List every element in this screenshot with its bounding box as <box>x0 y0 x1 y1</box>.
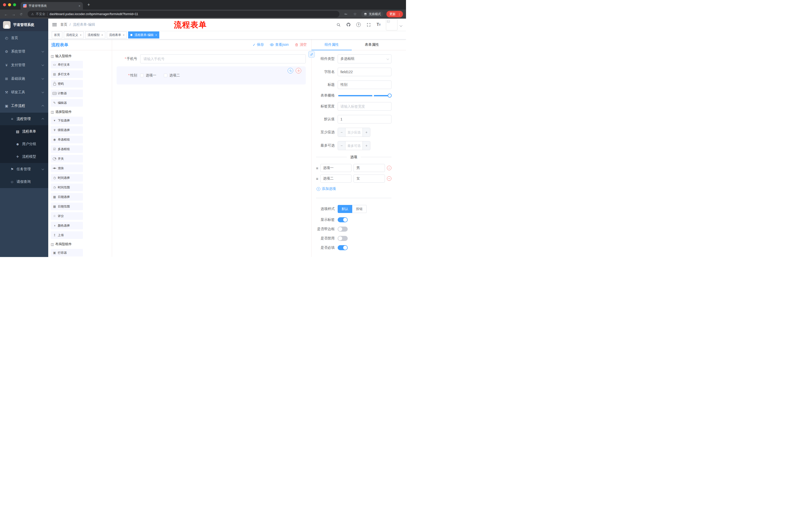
component-rate[interactable]: ☆评分 <box>51 212 83 220</box>
back-icon[interactable]: ← <box>3 11 9 17</box>
help-icon[interactable]: ? <box>356 22 361 27</box>
sidebar-item-system[interactable]: ⚙ 系统管理 <box>0 45 48 58</box>
sidebar-item-devtools[interactable]: ⚒ 研发工具 <box>0 85 48 99</box>
component-time-range[interactable]: ◷时间范围 <box>51 184 83 191</box>
component-date-picker[interactable]: ▦日期选择 <box>51 193 83 201</box>
gender-option-2-checkbox[interactable]: 选项二 <box>164 73 180 78</box>
slider-handle[interactable] <box>388 93 392 98</box>
component-slider[interactable]: 滑块 <box>51 164 83 172</box>
remove-option-button[interactable]: − <box>387 166 392 170</box>
incognito-badge[interactable]: 无痕模式 <box>361 11 383 17</box>
breadcrumb-home[interactable]: 首页 <box>60 22 67 27</box>
remove-option-button[interactable]: − <box>387 176 392 181</box>
component-color-picker[interactable]: ◑颜色选择 <box>51 222 83 229</box>
url-bar[interactable]: ⚠ 不安全 dashboard.yudao.iocoder.cn/bpm/man… <box>28 11 340 17</box>
canvas-field-phone[interactable]: *手机号 <box>117 54 306 63</box>
component-single-line-text[interactable]: ▭单行文本 <box>51 61 83 69</box>
new-tab-button[interactable]: + <box>85 1 92 8</box>
component-select[interactable]: ▾下拉选择 <box>51 117 83 124</box>
fullscreen-icon[interactable] <box>366 22 371 27</box>
tab-form-props[interactable]: 表单属性 <box>352 39 392 50</box>
tag-process-model[interactable]: 流程模型 × <box>85 31 105 38</box>
kebab-icon[interactable]: ⋮ <box>398 12 401 16</box>
minus-icon[interactable]: − <box>338 128 345 137</box>
tab-component-props[interactable]: 组件属性 <box>312 39 352 50</box>
default-value-input[interactable] <box>338 115 392 124</box>
sidebar-item-infra[interactable]: ⊞ 基础设施 <box>0 72 48 85</box>
required-toggle[interactable] <box>338 245 348 250</box>
key-icon[interactable] <box>343 11 349 17</box>
component-type-select[interactable]: 多选框组 <box>338 54 392 63</box>
sidebar-item-leave-query[interactable]: ☺ 请假查询 <box>0 175 48 188</box>
component-switch[interactable]: 开关 <box>51 155 83 162</box>
component-date-range[interactable]: ▦日期范围 <box>51 203 83 210</box>
form-grid-slider[interactable] <box>338 95 389 96</box>
close-icon[interactable]: × <box>101 34 103 36</box>
avatar-caret-icon[interactable] <box>400 24 402 27</box>
border-toggle[interactable] <box>338 226 348 232</box>
tab-close-icon[interactable]: × <box>78 4 80 7</box>
min-select-input[interactable] <box>345 128 362 137</box>
copy-field-button[interactable] <box>288 68 293 74</box>
max-select-input[interactable] <box>345 141 362 150</box>
option-2-label-input[interactable] <box>320 174 352 183</box>
option-2-value-input[interactable] <box>353 174 385 183</box>
style-button-button[interactable]: 按钮 <box>352 205 367 213</box>
sidebar-item-process-model[interactable]: ✈ 流程模型 <box>0 151 48 163</box>
phone-input[interactable] <box>140 54 306 63</box>
close-icon[interactable]: × <box>155 34 157 36</box>
delete-field-button[interactable] <box>296 68 301 74</box>
sidebar-item-task-mgmt[interactable]: ⚑ 任务管理 <box>0 163 48 175</box>
forward-icon[interactable]: → <box>10 11 17 17</box>
component-time-picker[interactable]: ◷时间选择 <box>51 174 83 182</box>
browser-tab[interactable]: 芋道管理系统 × <box>21 2 83 9</box>
search-icon[interactable] <box>336 22 341 27</box>
option-1-label-input[interactable] <box>320 164 352 172</box>
sidebar-item-process-mgmt[interactable]: ≡ 流程管理 <box>0 113 48 125</box>
component-counter[interactable]: 123计数器 <box>51 89 83 97</box>
component-cascader[interactable]: ⋔级联选择 <box>51 126 83 134</box>
label-width-input[interactable] <box>338 102 392 111</box>
add-option-button[interactable]: + 添加选项 <box>317 187 392 191</box>
component-password[interactable]: 密码 <box>51 80 83 87</box>
sidebar-item-payment[interactable]: ¥ 支付管理 <box>0 58 48 72</box>
show-label-toggle[interactable] <box>338 217 348 222</box>
plus-icon[interactable]: + <box>362 128 370 137</box>
zoom-window-button[interactable] <box>13 3 16 6</box>
plus-icon[interactable]: + <box>362 141 370 150</box>
drag-handle-icon[interactable]: ≡ <box>316 177 318 181</box>
sidebar-item-home[interactable]: ◴ 首页 <box>0 31 48 45</box>
avatar[interactable] <box>386 19 398 30</box>
sidebar-item-user-group[interactable]: ☻ 用户分组 <box>0 138 48 151</box>
link-icon[interactable] <box>308 51 315 58</box>
canvas-field-gender-selected[interactable]: *性别 选项一 选项二 <box>117 66 306 84</box>
close-icon[interactable]: × <box>123 34 124 36</box>
style-default-button[interactable]: 默认 <box>338 205 352 213</box>
form-canvas[interactable]: *手机号 *性别 <box>112 50 311 257</box>
component-radio-group[interactable]: ◉单选框组 <box>51 136 83 143</box>
tag-process-definition[interactable]: 流程定义 × <box>64 31 84 38</box>
save-button[interactable]: ✓ 保存 <box>253 43 264 47</box>
clear-button[interactable]: 清空 <box>295 43 307 47</box>
title-input[interactable] <box>338 80 392 89</box>
tag-process-form[interactable]: 流程表单 × <box>107 31 127 38</box>
component-upload[interactable]: ↥上传 <box>51 231 83 239</box>
font-size-icon[interactable]: TT <box>376 22 381 27</box>
view-json-button[interactable]: 查看json <box>270 43 289 47</box>
reload-icon[interactable] <box>18 11 24 17</box>
minus-icon[interactable]: − <box>338 141 345 150</box>
tag-process-form-edit[interactable]: 流程表单-编辑 × <box>128 31 159 38</box>
field-name-input[interactable] <box>338 67 392 76</box>
minimize-window-button[interactable] <box>8 3 11 6</box>
hamburger-icon[interactable] <box>52 23 57 26</box>
component-checkbox-group[interactable]: ☑多选框组 <box>51 145 83 153</box>
option-1-value-input[interactable] <box>353 164 385 172</box>
close-window-button[interactable] <box>3 3 6 6</box>
sidebar-item-workflow[interactable]: ▣ 工作流程 <box>0 99 48 113</box>
component-editor[interactable]: ✎编辑器 <box>51 99 83 107</box>
component-row-container[interactable]: ▣行容器 <box>51 249 83 256</box>
github-icon[interactable] <box>346 22 351 27</box>
drag-handle-icon[interactable]: ≡ <box>316 166 318 170</box>
sidebar-item-process-form[interactable]: ▤ 流程表单 <box>0 125 48 138</box>
gender-option-1-checkbox[interactable]: 选项一 <box>140 73 156 78</box>
